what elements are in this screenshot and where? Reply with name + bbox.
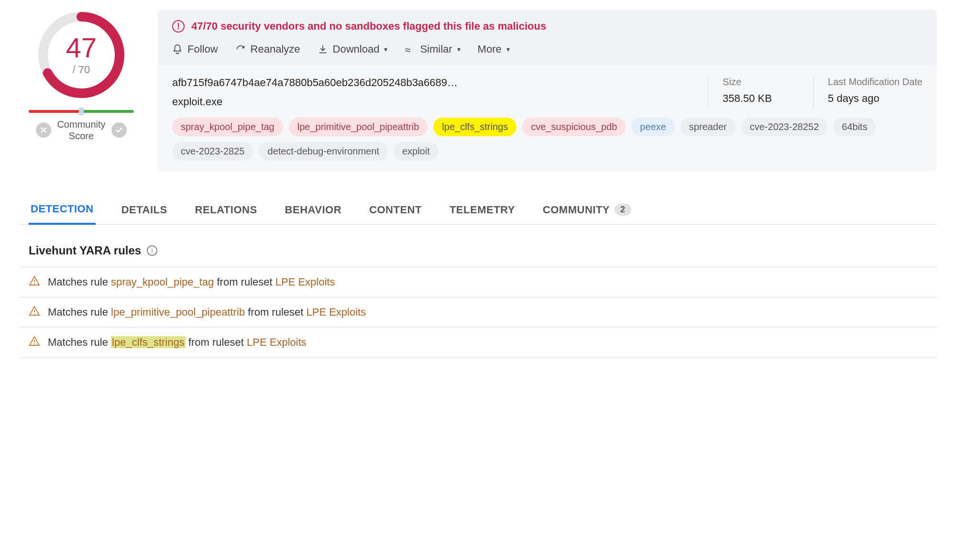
tag[interactable]: spreader [681, 118, 736, 136]
alert-banner: ! 47/70 security vendors and no sandboxe… [172, 20, 923, 33]
reanalyze-button[interactable]: Reanalyze [235, 43, 300, 55]
info-icon[interactable]: i [147, 245, 157, 256]
size-label: Size [723, 77, 789, 88]
tabs: DETECTION DETAILS RELATIONS BEHAVIOR CON… [19, 195, 937, 225]
alert-text: 47/70 security vendors and no sandboxes … [191, 20, 546, 33]
size-value: 358.50 KB [723, 92, 789, 105]
warning-icon [29, 335, 40, 350]
similar-icon: ≈ [405, 44, 415, 55]
tab-relations[interactable]: RELATIONS [193, 195, 259, 224]
tag[interactable]: spray_kpool_pipe_tag [172, 118, 283, 136]
filename: exploit.exe [172, 96, 684, 108]
upvote-button[interactable] [111, 122, 127, 138]
section-title: Livehunt YARA rules [29, 244, 141, 257]
ruleset-name[interactable]: LPE Exploits [275, 276, 335, 288]
tag[interactable]: exploit [394, 142, 439, 161]
rule-name[interactable]: lpe_clfs_strings [111, 336, 186, 348]
rule-text: Matches rule spray_kpool_pipe_tag from r… [48, 276, 335, 288]
rule-name[interactable]: spray_kpool_pipe_tag [111, 276, 214, 288]
info-panel: ! 47/70 security vendors and no sandboxe… [158, 10, 937, 171]
follow-button[interactable]: Follow [172, 43, 218, 55]
warning-icon [29, 305, 40, 319]
svg-point-7 [34, 313, 35, 314]
tab-community[interactable]: COMMUNITY 2 [541, 195, 633, 224]
tab-detection[interactable]: DETECTION [29, 195, 96, 225]
download-button[interactable]: Download ▾ [318, 43, 388, 55]
tag[interactable]: cve-2023-28252 [741, 118, 828, 136]
rule-text: Matches rule lpe_clfs_strings from rules… [48, 336, 307, 349]
score-panel: 47 / 70 Community Score [19, 10, 143, 142]
score-value: 47 [66, 34, 97, 62]
community-count-badge: 2 [615, 204, 631, 216]
date-value: 5 days ago [828, 92, 923, 105]
rule-row: Matches rule spray_kpool_pipe_tag from r… [19, 267, 937, 297]
svg-point-9 [34, 343, 35, 344]
tab-details[interactable]: DETAILS [120, 195, 169, 224]
more-button[interactable]: More ▾ [478, 43, 510, 55]
warning-icon [29, 275, 40, 289]
tag[interactable]: 64bits [833, 118, 876, 136]
rule-name[interactable]: lpe_primitive_pool_pipeattrib [111, 306, 245, 318]
tag[interactable]: cve-2023-2825 [172, 142, 253, 161]
score-ring: 47 / 70 [36, 10, 127, 100]
tag[interactable]: lpe_clfs_strings [433, 118, 516, 136]
tag[interactable]: cve_suspicious_pdb [522, 118, 626, 136]
rule-text: Matches rule lpe_primitive_pool_pipeattr… [48, 306, 366, 318]
tab-telemetry[interactable]: TELEMETRY [448, 195, 517, 224]
ruleset-name[interactable]: LPE Exploits [307, 306, 366, 318]
rule-row: Matches rule lpe_clfs_strings from rules… [19, 328, 937, 358]
tag[interactable]: detect-debug-environment [259, 142, 387, 161]
ruleset-name[interactable]: LPE Exploits [247, 336, 307, 348]
community-score-bar [29, 110, 134, 113]
tab-content[interactable]: CONTENT [367, 195, 424, 224]
downvote-button[interactable] [36, 122, 51, 138]
rules-list: Matches rule spray_kpool_pipe_tag from r… [19, 267, 937, 358]
tags-row: spray_kpool_pipe_taglpe_primitive_pool_p… [172, 118, 923, 161]
community-score-label: Community Score [57, 119, 105, 142]
chevron-down-icon: ▾ [506, 45, 510, 53]
file-hash[interactable]: afb715f9a6747b4ae74a7880b5a60eb236d20524… [172, 77, 684, 89]
alert-icon: ! [172, 20, 185, 33]
chevron-down-icon: ▾ [457, 45, 461, 53]
tag[interactable]: lpe_primitive_pool_pipeattrib [289, 118, 428, 136]
score-denom: / 70 [66, 64, 97, 76]
rule-row: Matches rule lpe_primitive_pool_pipeattr… [19, 297, 937, 328]
similar-button[interactable]: ≈ Similar ▾ [405, 43, 460, 55]
chevron-down-icon: ▾ [384, 45, 387, 53]
tab-behavior[interactable]: BEHAVIOR [283, 195, 344, 224]
tag[interactable]: peexe [631, 118, 675, 136]
date-label: Last Modification Date [828, 77, 923, 88]
svg-point-5 [34, 283, 35, 284]
